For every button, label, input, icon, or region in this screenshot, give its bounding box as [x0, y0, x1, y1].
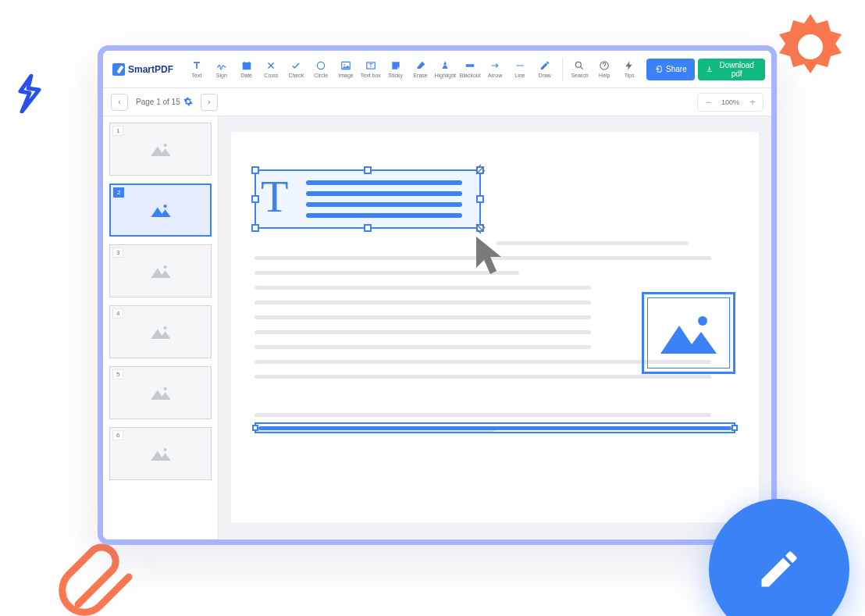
zoom-value: 100% — [718, 98, 742, 106]
text-line — [255, 301, 591, 304]
download-button[interactable]: Download pdf — [698, 59, 765, 80]
text-line — [497, 241, 689, 245]
tool-check[interactable]: Check — [285, 54, 307, 85]
sign-icon — [216, 60, 227, 71]
image-placeholder-inner — [647, 297, 730, 369]
tool-cross[interactable]: Cross — [261, 54, 283, 85]
resize-handle[interactable] — [364, 166, 372, 174]
selected-line — [258, 426, 732, 430]
prev-page-button[interactable]: ‹ — [111, 94, 128, 111]
zoom-in-button[interactable]: + — [746, 95, 760, 109]
check-icon — [290, 60, 301, 71]
resize-handle[interactable] — [476, 195, 484, 203]
image-placeholder[interactable] — [642, 292, 735, 374]
tool-sign[interactable]: Sign — [211, 54, 233, 85]
tool-date[interactable]: Date — [236, 54, 258, 85]
text-icon — [191, 60, 202, 71]
tool-text[interactable]: Text — [186, 54, 208, 85]
svg-rect-8 — [466, 64, 475, 67]
text-selection-box[interactable]: T — [255, 169, 481, 229]
resize-handle[interactable] — [251, 166, 259, 174]
tool-textbox[interactable]: Text box — [360, 54, 382, 85]
zoom-out-button[interactable]: − — [701, 95, 715, 109]
thumbnail-4[interactable]: 4 — [109, 305, 212, 358]
blackout-icon — [465, 60, 475, 71]
tool-line[interactable]: Line — [509, 54, 531, 85]
tool-search[interactable]: Search — [569, 54, 591, 85]
line-selection-box[interactable] — [255, 422, 735, 433]
text-line — [255, 286, 591, 290]
tool-tips[interactable]: Tips — [618, 54, 640, 85]
tool-arrow[interactable]: Arrow — [484, 54, 506, 85]
thumbnail-5[interactable]: 5 — [109, 366, 212, 419]
resize-handle[interactable] — [732, 425, 738, 431]
circle-icon — [315, 60, 326, 71]
svg-line-18 — [481, 170, 485, 174]
tool-draw[interactable]: Draw — [534, 54, 556, 85]
arrow-icon — [489, 60, 500, 71]
text-glyph-icon: T — [261, 174, 288, 219]
text-line — [306, 191, 462, 196]
erase-icon — [415, 60, 426, 71]
cross-icon — [265, 60, 276, 71]
svg-rect-1 — [242, 62, 251, 64]
svg-point-4 — [317, 62, 324, 69]
svg-point-15 — [163, 387, 166, 390]
share-button[interactable]: Share — [646, 59, 695, 80]
text-line — [255, 330, 591, 334]
svg-point-11 — [163, 144, 166, 147]
app-logo: SmartPDF — [109, 63, 176, 76]
thumbnail-1[interactable]: 1 — [109, 123, 212, 176]
thumbnails-sidebar[interactable]: 1 2 3 4 5 6 — [103, 116, 219, 539]
svg-point-9 — [576, 62, 582, 67]
zoom-control: − 100% + — [697, 93, 764, 112]
resize-handle[interactable] — [251, 195, 259, 203]
decoration-bolt-icon — [14, 74, 45, 113]
text-line — [306, 180, 462, 185]
highlight-icon — [440, 60, 450, 71]
resize-handle[interactable] — [251, 224, 259, 232]
app-window: SmartPDF Text Sign Date Cross Check Circ… — [98, 45, 777, 545]
svg-point-13 — [163, 265, 166, 269]
toolbar: SmartPDF Text Sign Date Cross Check Circ… — [103, 51, 771, 88]
tool-circle[interactable]: Circle — [310, 54, 332, 85]
app-name: SmartPDF — [128, 64, 173, 75]
tips-icon — [624, 60, 635, 71]
document-canvas[interactable]: T — [219, 116, 771, 539]
tool-blackout[interactable]: Blackout — [459, 54, 481, 85]
svg-point-6 — [344, 64, 345, 66]
svg-point-16 — [163, 448, 166, 451]
cursor-icon — [473, 233, 512, 280]
tool-image[interactable]: Image — [335, 54, 357, 85]
svg-line-21 — [481, 224, 485, 228]
text-line — [255, 345, 591, 349]
thumbnail-6[interactable]: 6 — [109, 427, 212, 480]
document-page[interactable]: T — [231, 132, 759, 522]
tool-help[interactable]: Help — [593, 54, 615, 85]
svg-line-19 — [476, 165, 481, 169]
text-line — [255, 413, 711, 417]
share-icon — [654, 65, 663, 73]
navigation-bar: ‹ Page 1 of 15 › − 100% + — [103, 88, 771, 116]
text-line — [255, 315, 591, 319]
decoration-gear-icon — [771, 8, 849, 86]
svg-point-14 — [163, 326, 166, 329]
download-icon — [706, 65, 714, 73]
textbox-icon — [365, 60, 376, 71]
resize-handle[interactable] — [364, 224, 372, 232]
thumbnail-3[interactable]: 3 — [109, 244, 212, 297]
calendar-icon — [241, 60, 252, 71]
tool-erase[interactable]: Erase — [410, 54, 432, 85]
tool-sticky[interactable]: Sticky — [385, 54, 407, 85]
search-icon — [574, 60, 585, 71]
thumbnail-2[interactable]: 2 — [109, 183, 212, 237]
app-body: 1 2 3 4 5 6 T — [103, 116, 771, 539]
page-info: Page 1 of 15 — [136, 97, 193, 108]
resize-handle[interactable] — [252, 425, 258, 431]
page-settings-icon[interactable] — [183, 97, 193, 108]
next-page-button[interactable]: › — [201, 94, 218, 111]
svg-point-12 — [163, 205, 166, 208]
help-icon — [599, 60, 610, 71]
tool-highlight[interactable]: Highlight — [434, 54, 456, 85]
line-icon — [514, 60, 525, 71]
